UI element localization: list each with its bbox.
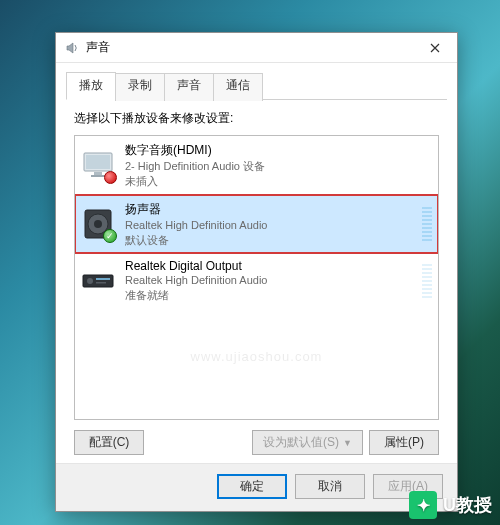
sound-icon: [64, 40, 80, 56]
ok-button[interactable]: 确定: [217, 474, 287, 499]
device-actions-row: 配置(C) 设为默认值(S)▼ 属性(P): [74, 420, 439, 463]
titlebar: 声音: [56, 33, 457, 63]
tab-communications[interactable]: 通信: [213, 73, 263, 101]
device-item-hdmi[interactable]: 数字音频(HDMI) 2- High Definition Audio 设备 未…: [75, 136, 438, 195]
close-button[interactable]: [413, 33, 457, 63]
svg-rect-2: [94, 172, 102, 175]
playback-device-list[interactable]: 数字音频(HDMI) 2- High Definition Audio 设备 未…: [74, 135, 439, 420]
properties-button[interactable]: 属性(P): [369, 430, 439, 455]
device-info: 扬声器 Realtek High Definition Audio 默认设备: [125, 201, 416, 248]
svg-point-8: [87, 278, 93, 284]
device-info: Realtek Digital Output Realtek High Defi…: [125, 259, 416, 303]
level-meter-icon: [422, 207, 432, 241]
set-default-button-label: 设为默认值(S): [263, 434, 339, 451]
chevron-down-icon: ▼: [343, 438, 352, 448]
watermark-faint: www.ujiaoshou.com: [191, 349, 323, 364]
svg-rect-9: [96, 278, 110, 280]
device-status: 未插入: [125, 174, 432, 189]
device-info: 数字音频(HDMI) 2- High Definition Audio 设备 未…: [125, 142, 432, 189]
brand-text: U教授: [443, 493, 492, 517]
cancel-button-label: 取消: [318, 478, 342, 495]
tab-sounds-label: 声音: [177, 78, 201, 92]
tab-playback[interactable]: 播放: [66, 72, 116, 100]
properties-button-label: 属性(P): [384, 434, 424, 451]
tab-recording[interactable]: 录制: [115, 73, 165, 101]
monitor-icon: [81, 148, 115, 182]
svg-rect-3: [91, 175, 105, 177]
tab-recording-label: 录制: [128, 78, 152, 92]
svg-point-6: [94, 220, 102, 228]
tab-strip: 播放 录制 声音 通信: [56, 63, 457, 100]
device-status: 默认设备: [125, 233, 416, 248]
speaker-icon: [81, 207, 115, 241]
ok-button-label: 确定: [240, 478, 264, 495]
device-name: 数字音频(HDMI): [125, 142, 432, 159]
dialog-footer: 确定 取消 应用(A): [56, 463, 457, 511]
device-item-digital[interactable]: Realtek Digital Output Realtek High Defi…: [75, 253, 438, 309]
window-title: 声音: [86, 39, 413, 56]
level-meter-icon: [422, 264, 432, 298]
configure-button[interactable]: 配置(C): [74, 430, 144, 455]
receiver-icon: [81, 264, 115, 298]
instruction-text: 选择以下播放设备来修改设置:: [74, 110, 439, 127]
device-name: Realtek Digital Output: [125, 259, 416, 273]
svg-rect-10: [96, 282, 106, 284]
device-driver: Realtek High Definition Audio: [125, 218, 416, 233]
sound-dialog: 声音 播放 录制 声音 通信 选择以下播放设备来修改设置:: [55, 32, 458, 512]
configure-button-label: 配置(C): [89, 434, 130, 451]
set-default-button[interactable]: 设为默认值(S)▼: [252, 430, 363, 455]
device-driver: Realtek High Definition Audio: [125, 273, 416, 288]
cancel-button[interactable]: 取消: [295, 474, 365, 499]
status-badge-default-icon: [103, 229, 117, 243]
device-status: 准备就绪: [125, 288, 416, 303]
brand-watermark: ✦ U教授: [409, 491, 492, 519]
tab-sounds[interactable]: 声音: [164, 73, 214, 101]
device-driver: 2- High Definition Audio 设备: [125, 159, 432, 174]
status-badge-disconnected-icon: [104, 171, 117, 184]
tab-playback-label: 播放: [79, 78, 103, 92]
device-item-speaker[interactable]: 扬声器 Realtek High Definition Audio 默认设备: [74, 194, 439, 255]
device-name: 扬声器: [125, 201, 416, 218]
desktop-background: 声音 播放 录制 声音 通信 选择以下播放设备来修改设置:: [0, 0, 500, 525]
tab-content: 选择以下播放设备来修改设置: 数字音频(HDMI): [56, 100, 457, 463]
tab-communications-label: 通信: [226, 78, 250, 92]
brand-logo-icon: ✦: [409, 491, 437, 519]
svg-rect-1: [86, 155, 110, 169]
